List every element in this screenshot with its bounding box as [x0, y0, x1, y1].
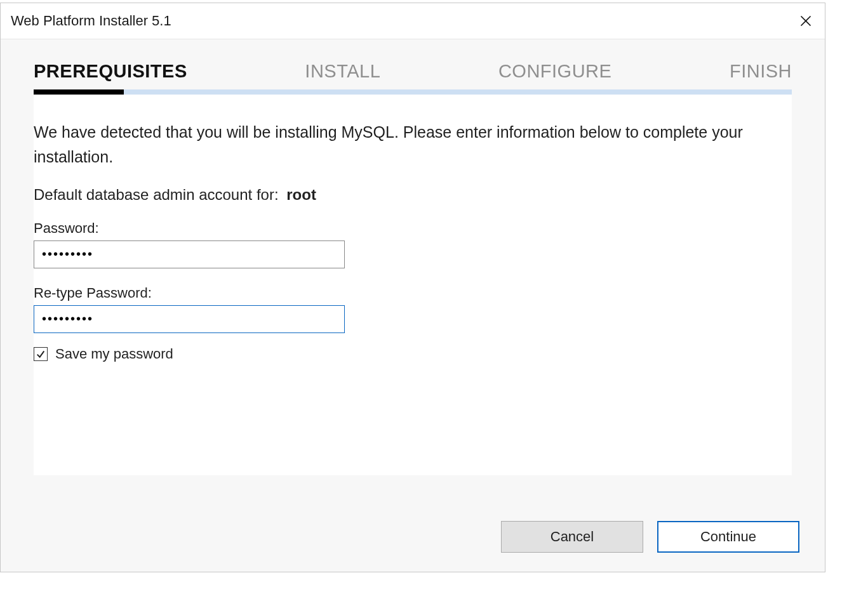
retype-password-field-block: Re-type Password: — [34, 285, 792, 333]
installer-window: Web Platform Installer 5.1 PREREQUISITES… — [0, 3, 825, 572]
wizard-stepper: PREREQUISITES INSTALL CONFIGURE FINISH — [1, 39, 825, 82]
step-install: INSTALL — [305, 61, 380, 82]
save-password-label: Save my password — [55, 346, 173, 362]
admin-account-line: Default database admin account for: root — [34, 186, 792, 204]
instruction-text: We have detected that you will be instal… — [34, 120, 745, 169]
save-password-checkbox[interactable] — [34, 347, 48, 361]
close-button[interactable] — [793, 8, 818, 34]
step-configure: CONFIGURE — [498, 61, 612, 82]
close-icon — [799, 15, 812, 27]
save-password-row: Save my password — [34, 346, 792, 362]
password-label: Password: — [34, 220, 792, 237]
footer-buttons: Cancel Continue — [501, 521, 799, 553]
progress-track — [34, 89, 792, 95]
window-title: Web Platform Installer 5.1 — [11, 13, 171, 29]
admin-account-label: Default database admin account for: — [34, 186, 279, 203]
continue-button[interactable]: Continue — [657, 521, 799, 553]
retype-password-input[interactable] — [34, 305, 345, 333]
retype-password-label: Re-type Password: — [34, 285, 792, 301]
step-prerequisites: PREREQUISITES — [34, 61, 187, 82]
password-input[interactable] — [34, 240, 345, 268]
content-panel: We have detected that you will be instal… — [34, 95, 792, 475]
cancel-button[interactable]: Cancel — [501, 521, 643, 553]
password-field-block: Password: — [34, 220, 792, 268]
checkmark-icon — [36, 349, 46, 359]
progress-fill — [34, 89, 124, 95]
titlebar: Web Platform Installer 5.1 — [1, 3, 825, 39]
step-finish: FINISH — [730, 61, 792, 82]
admin-account-value: root — [286, 186, 316, 203]
